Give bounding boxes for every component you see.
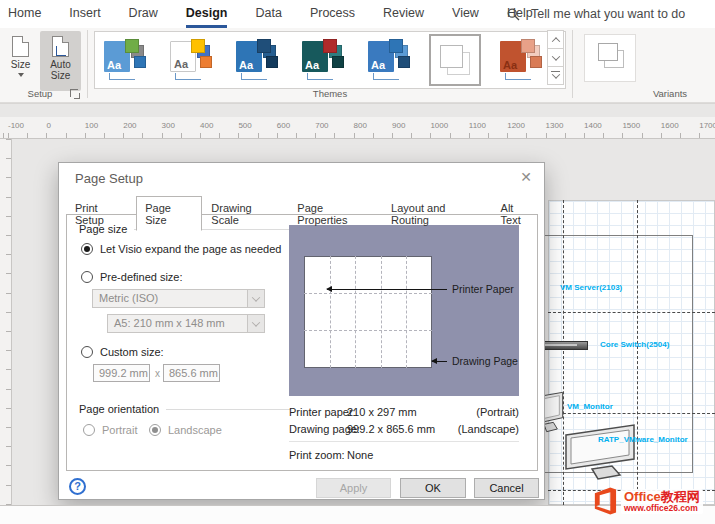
preview-grid-line xyxy=(406,256,407,368)
theme-swatch-square xyxy=(521,39,535,53)
setup-group-label: Setup xyxy=(0,88,80,99)
core-switch-label[interactable]: Core Switch(2504) xyxy=(600,340,669,349)
predefined-size-radio[interactable]: Pre-defined size: xyxy=(81,271,183,283)
vertical-ruler[interactable] xyxy=(0,139,12,505)
watermark-brand-cn: 教程网 xyxy=(661,489,700,504)
watermark-text: Office教程网 www.office26.com xyxy=(621,489,703,514)
ruler-tick-label: 1600 xyxy=(661,121,679,130)
menu-item-insert[interactable]: Insert xyxy=(69,0,100,28)
auto-size-button[interactable]: Auto Size xyxy=(40,31,81,91)
theme-swatch-square xyxy=(332,56,344,68)
ratp-vmware-monitor-shape[interactable] xyxy=(558,423,646,481)
preview-grid-line xyxy=(304,330,432,331)
print-zoom-value: None xyxy=(347,449,373,461)
cancel-button[interactable]: Cancel xyxy=(474,478,539,498)
size-button[interactable]: Size xyxy=(3,31,38,91)
radio-icon[interactable] xyxy=(81,271,93,283)
themes-scroll-down-button[interactable] xyxy=(547,48,564,67)
tab-print-setup[interactable]: Print Setup xyxy=(66,198,136,231)
units-dropdown[interactable]: Metric (ISO) xyxy=(92,289,265,308)
printer-paper-callout: Printer Paper xyxy=(452,283,514,295)
portrait-radio-label: Portrait xyxy=(102,424,137,436)
auto-size-icon xyxy=(52,36,69,57)
chevron-down-icon[interactable] xyxy=(247,315,264,332)
help-button[interactable]: ? xyxy=(69,478,86,495)
drawing-page-orientation: (Landscape) xyxy=(458,423,519,435)
radio-icon[interactable] xyxy=(149,424,161,436)
theme-tile-teal-red[interactable]: Aa xyxy=(299,36,347,84)
drawing-page-info: Drawing page: 999.2 x 865.6 mm (Landscap… xyxy=(289,423,519,435)
dialog-tabs: Print SetupPage SizeDrawing ScalePage Pr… xyxy=(66,196,544,231)
chevron-down-icon[interactable] xyxy=(247,290,264,307)
menu-item-review[interactable]: Review xyxy=(383,0,424,28)
custom-height-input[interactable]: 865.6 mm xyxy=(163,364,220,382)
tell-me-search[interactable]: Tell me what you want to do xyxy=(507,0,685,28)
menubar: HomeInsertDrawDesignDataProcessReviewVie… xyxy=(0,0,715,28)
theme-tile-white-yellow-orange[interactable]: Aa xyxy=(167,36,215,84)
tab-page-properties[interactable]: Page Properties xyxy=(288,198,382,231)
printer-paper-info-value: 210 x 297 mm xyxy=(347,406,417,418)
theme-none-icon xyxy=(440,45,463,68)
ruler-tick-label: -100 xyxy=(8,121,24,130)
radio-icon[interactable] xyxy=(81,346,93,358)
ribbon: Size Auto Size Setup AaAaAaAaAaAa Themes… xyxy=(0,28,715,103)
close-icon[interactable]: ✕ xyxy=(520,169,532,185)
theme-tile-blue-green[interactable]: Aa xyxy=(101,36,149,84)
menu-item-view[interactable]: View xyxy=(452,0,479,28)
tab-layout-and-routing[interactable]: Layout and Routing xyxy=(382,198,492,231)
horizontal-ruler[interactable]: -100010020030040050060070080090010001100… xyxy=(0,117,715,139)
ok-button[interactable]: OK xyxy=(400,478,466,498)
guide-line[interactable] xyxy=(548,413,715,414)
themes-gallery-expand-button[interactable] xyxy=(547,66,564,85)
ruler-tick-label: 1300 xyxy=(546,121,564,130)
theme-tile-orange[interactable]: Aa xyxy=(497,36,545,84)
printer-paper-orientation: (Portrait) xyxy=(476,406,519,418)
themes-scroll-up-button[interactable] xyxy=(547,30,564,49)
radio-icon[interactable] xyxy=(81,243,93,255)
group-divider xyxy=(572,30,573,98)
paper-size-dropdown[interactable]: A5: 210 mm x 148 mm xyxy=(107,314,265,333)
page-size-icon xyxy=(12,36,29,57)
ruler-tick-label: 1400 xyxy=(584,121,602,130)
vm-monitor-label[interactable]: VM_Monitor xyxy=(567,402,613,411)
printer-paper-info-label: Printer paper: xyxy=(289,406,356,418)
menu-item-design[interactable]: Design xyxy=(186,0,228,28)
theme-swatch-square xyxy=(134,56,146,68)
printer-paper-arrow xyxy=(327,289,447,290)
radio-icon[interactable] xyxy=(83,424,95,436)
menu-item-draw[interactable]: Draw xyxy=(129,0,158,28)
portrait-radio[interactable]: Portrait xyxy=(83,424,137,436)
guide-line[interactable] xyxy=(548,312,715,313)
menu-item-home[interactable]: Home xyxy=(8,0,41,28)
tab-page-size[interactable]: Page Size xyxy=(136,196,202,231)
menu-item-process[interactable]: Process xyxy=(310,0,355,28)
ruler-tick-label: 100 xyxy=(85,121,98,130)
custom-size-radio-label: Custom size: xyxy=(100,346,164,358)
theme-tile-none[interactable] xyxy=(431,36,479,84)
apply-button[interactable]: Apply xyxy=(316,478,391,498)
preview-grid-line xyxy=(381,256,382,368)
ruler-tick-label: 1200 xyxy=(507,121,525,130)
theme-tile-blue-mid[interactable]: Aa xyxy=(365,36,413,84)
landscape-radio[interactable]: Landscape xyxy=(149,424,222,436)
ruler-tick-label: 1700 xyxy=(699,121,715,130)
variants-group-label: Variants xyxy=(630,88,710,99)
expand-page-radio[interactable]: Let Visio expand the page as needed xyxy=(81,243,281,255)
custom-size-radio[interactable]: Custom size: xyxy=(81,346,164,358)
menu-item-data[interactable]: Data xyxy=(255,0,281,28)
ruler-tick-label: 1000 xyxy=(430,121,448,130)
ratp-vmware-monitor-label[interactable]: RATP_VMware_Monitor xyxy=(598,435,688,444)
theme-connector-icon xyxy=(241,73,267,80)
theme-tile-blue[interactable]: Aa xyxy=(233,36,281,84)
chevron-down-icon xyxy=(18,73,24,77)
expand-page-radio-label: Let Visio expand the page as needed xyxy=(100,243,281,255)
tab-alt-text[interactable]: Alt Text xyxy=(492,198,544,231)
setup-dialog-launcher-icon[interactable] xyxy=(70,89,80,99)
tab-drawing-scale[interactable]: Drawing Scale xyxy=(202,198,288,231)
custom-width-input[interactable]: 999.2 mm xyxy=(93,364,150,382)
ruler-tick-label: 500 xyxy=(238,121,251,130)
vm-server-label[interactable]: VM Server(2103) xyxy=(560,283,622,292)
preview-grid-line xyxy=(330,256,331,368)
variant-tile-none[interactable] xyxy=(584,34,636,82)
paper-size-dropdown-value: A5: 210 mm x 148 mm xyxy=(114,317,225,329)
